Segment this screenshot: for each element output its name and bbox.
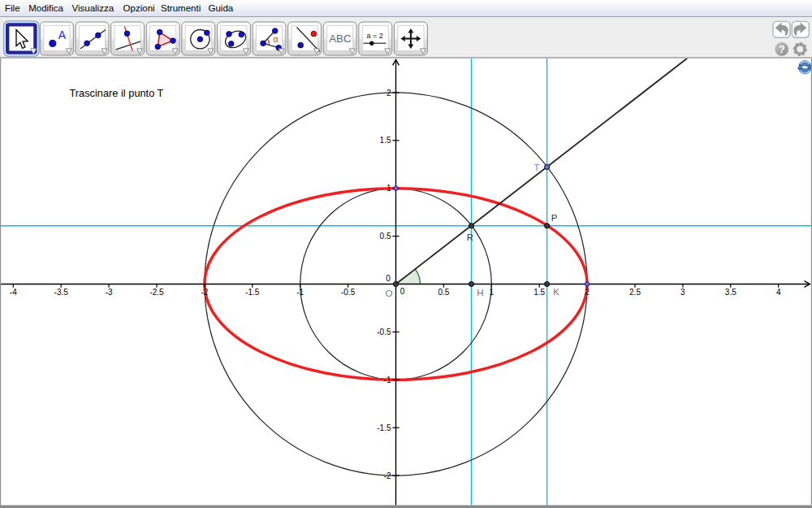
- svg-text:-2: -2: [384, 471, 391, 480]
- svg-text:-4: -4: [10, 288, 17, 297]
- svg-text:-3: -3: [106, 288, 113, 297]
- svg-text:0: 0: [386, 274, 391, 283]
- svg-text:1.5: 1.5: [380, 136, 391, 145]
- svg-text:O: O: [386, 289, 393, 298]
- svg-text:3.5: 3.5: [725, 288, 736, 297]
- svg-text:0.5: 0.5: [438, 288, 449, 297]
- svg-text:3: 3: [680, 288, 685, 297]
- svg-text:T: T: [534, 163, 540, 172]
- svg-text:0.5: 0.5: [380, 232, 391, 241]
- svg-text:ABC: ABC: [329, 33, 352, 45]
- svg-text:Trascinare il punto T: Trascinare il punto T: [70, 87, 164, 99]
- svg-text:α: α: [274, 34, 279, 44]
- svg-text:2: 2: [387, 89, 391, 98]
- svg-text:R: R: [467, 232, 473, 242]
- svg-text:-1: -1: [384, 376, 391, 384]
- svg-text:-3.5: -3.5: [54, 288, 69, 297]
- svg-text:-2: -2: [201, 288, 208, 297]
- svg-text:2.5: 2.5: [629, 288, 641, 297]
- svg-text:P: P: [551, 213, 558, 223]
- svg-text:A: A: [58, 28, 67, 41]
- svg-text:-1.5: -1.5: [245, 288, 260, 297]
- svg-text:1: 1: [490, 288, 495, 297]
- svg-text:4: 4: [776, 288, 781, 297]
- svg-text:K: K: [553, 287, 559, 297]
- svg-text:1: 1: [387, 184, 391, 193]
- svg-text:-0.5: -0.5: [341, 288, 356, 297]
- svg-text:0: 0: [400, 287, 405, 296]
- svg-text:-2.5: -2.5: [149, 288, 164, 297]
- svg-text:-1: -1: [296, 288, 304, 297]
- svg-text:?: ?: [779, 44, 785, 55]
- svg-text:-0.5: -0.5: [377, 328, 391, 336]
- svg-text:2: 2: [585, 288, 590, 297]
- svg-text:a = 2: a = 2: [367, 32, 383, 40]
- svg-text:H: H: [477, 288, 483, 297]
- svg-text:-1.5: -1.5: [377, 423, 391, 432]
- svg-text:1.5: 1.5: [533, 288, 545, 297]
